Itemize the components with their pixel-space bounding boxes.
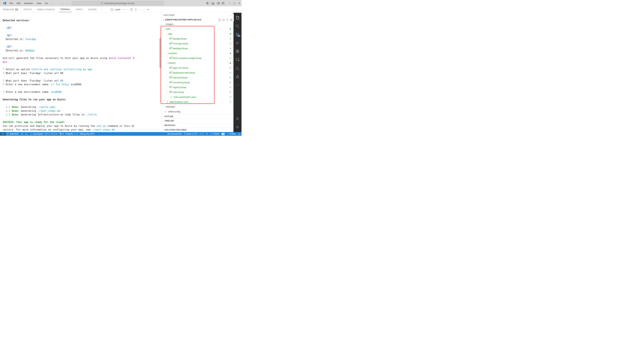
file-monitoring[interactable]: ੴ monitoring.bicep U (162, 80, 234, 85)
terminal-more-icon[interactable]: ··· (139, 8, 141, 11)
source-control-icon[interactable]: 14 (234, 31, 242, 38)
layout-custom-icon[interactable] (222, 2, 224, 4)
menu-file[interactable]: File (8, 1, 14, 5)
status-branch[interactable]: azdevfied* (7, 133, 19, 135)
git-dot-icon (230, 28, 231, 30)
git-status: U (229, 47, 231, 50)
file-registry[interactable]: ੴ registry.bicep U (162, 85, 234, 90)
search-view-icon[interactable] (234, 22, 242, 30)
extensions-icon[interactable] (234, 48, 242, 55)
menu-view[interactable]: View (35, 1, 43, 5)
file-webapp-bicep[interactable]: ੴ WebApp.bicep U (162, 46, 234, 51)
account-icon[interactable] (234, 115, 242, 122)
layout-bottom-icon[interactable] (212, 2, 214, 4)
menu-go[interactable]: Go (44, 1, 50, 5)
term-line: Done: (12, 106, 19, 109)
menu-edit[interactable]: Edit (15, 1, 22, 5)
tab-overflow-icon[interactable]: ··· (100, 8, 103, 11)
status-debug-config[interactable]: Debug Any CPU (80, 133, 94, 135)
status-prettier[interactable]: ✓ Prettier (227, 133, 236, 135)
file-funcapp-bicep[interactable]: ੴ FuncApp.bicep U (162, 41, 234, 46)
chevron-down-icon[interactable]: ⌄ (143, 8, 145, 11)
tab-terminal[interactable]: TERMINAL (59, 7, 72, 12)
tab-output[interactable]: OUTPUT (22, 7, 33, 12)
explorer-more-icon[interactable]: ··· (229, 14, 232, 17)
copilot-icon[interactable] (206, 133, 208, 135)
status-editor-two[interactable]: ▭ 2 (200, 133, 203, 135)
cloud-icon[interactable] (25, 133, 28, 135)
sync-icon[interactable] (21, 133, 23, 135)
remote-explorer-icon[interactable] (234, 56, 242, 63)
status-problems[interactable]: ⓧ0 ⚠0 ⓘ5 (44, 133, 57, 135)
file-keyvault[interactable]: ੴ keyvault.bicep U (162, 75, 234, 80)
status-kiota[interactable]: ⓘ kiota 1.17.0 (184, 133, 197, 135)
folder-modules[interactable]: ⌄ modules (162, 51, 234, 56)
folder-images[interactable]: › images (162, 22, 234, 27)
file-apps-env[interactable]: ੴ apps-env.bicep U (162, 65, 234, 70)
split-terminal-icon[interactable] (130, 8, 133, 11)
remote-indicator[interactable] (0, 132, 6, 136)
menu-selection[interactable]: Selection (22, 1, 34, 5)
tab-ports[interactable]: PORTS (74, 7, 84, 12)
testing-icon[interactable] (234, 64, 242, 72)
status-projects[interactable]: Projects: ⚠ 3 (66, 133, 78, 135)
close-panel-icon[interactable]: ✕ (147, 8, 149, 11)
maximize-icon[interactable]: ▢ (233, 2, 235, 4)
tab-debug-console[interactable]: DEBUG CONSOLE (36, 7, 56, 12)
file-fetch-container[interactable]: ੴ fetch-container-image.bicep U (162, 56, 234, 61)
term-line: azd will generate the files necessary to… (3, 57, 109, 60)
bell-icon[interactable] (238, 133, 240, 135)
terminal-output[interactable]: Detected services: .NET .NET Detected in… (0, 13, 161, 132)
scrollbar-thumb[interactable] (159, 38, 161, 68)
folder-infra[interactable]: ⌄ infra (162, 27, 234, 31)
nav-forward-icon[interactable]: → (66, 2, 68, 5)
folder-app[interactable]: ⌄ app (162, 31, 234, 36)
new-file-icon[interactable] (218, 18, 221, 21)
section-metadata[interactable]: › METADATA (162, 123, 234, 128)
chevron-right-icon: › (164, 23, 166, 25)
command-center[interactable]: azdevfying-dotnet-apps-on-aca (72, 1, 164, 5)
status-ports[interactable]: 📡0 (59, 133, 64, 135)
tab-gitlens[interactable]: GITLENS (87, 7, 98, 12)
status-spell[interactable]: ⚠ 5 Spell (210, 133, 219, 135)
menu-more-icon[interactable]: ··· (50, 1, 54, 5)
file-main-parameters[interactable]: {} main.parameters.json U (162, 95, 234, 99)
workspace-title-row[interactable]: ⌄ AZDEVFYING-DOTNET-APPS-ON-ACA (162, 18, 234, 22)
more-views-icon[interactable]: ··· (234, 81, 242, 88)
section-solution-explorer[interactable]: › SOLUTION EXPLORER (162, 128, 234, 132)
term-line: What port does 'FuncApp' listen on? (4, 79, 60, 82)
file-abbreviations[interactable]: {} abbreviations.json U (162, 99, 234, 104)
layout-left-icon[interactable] (206, 2, 209, 4)
kill-terminal-icon[interactable] (135, 8, 137, 11)
bicep-file-icon: ੴ (169, 81, 172, 84)
folder-shared[interactable]: ⌄ shared (162, 61, 234, 65)
term-line: ? (3, 68, 4, 71)
collapse-all-icon[interactable] (230, 18, 232, 21)
terminal-dropdown-icon[interactable]: ⌄ (127, 8, 128, 10)
file-main-bicep[interactable]: ⌄ ੴ main.bicep U (162, 90, 234, 95)
close-window-icon[interactable]: ✕ (238, 2, 240, 4)
settings-gear-icon[interactable] (234, 123, 242, 131)
info-count: 5 (56, 133, 57, 135)
tab-problems[interactable]: PROBLEMS 5 (1, 7, 20, 12)
csharp-icon[interactable]: C# (222, 133, 225, 135)
layout-right-icon[interactable] (217, 2, 219, 4)
status-environment[interactable]: No Environment (167, 133, 182, 135)
file-dashboard-web[interactable]: ੴ dashboard-web.bicep U (162, 70, 234, 75)
azure-icon[interactable] (234, 73, 242, 80)
terminal-shell-name[interactable]: pwsh (116, 8, 120, 11)
minimize-icon[interactable]: ─ (229, 2, 230, 4)
folder-webapp[interactable]: › WebApp (162, 104, 234, 109)
file-editorconfig[interactable]: ≡ .editorconfig (162, 109, 234, 114)
section-outline[interactable]: › OUTLINE (162, 114, 234, 119)
terminal-scrollbar[interactable] (159, 13, 161, 132)
new-terminal-icon[interactable]: ＋ (122, 8, 125, 11)
status-launchpad[interactable]: Launchpad (30, 133, 42, 135)
nav-back-icon[interactable]: ← (61, 2, 64, 5)
run-debug-icon[interactable] (234, 39, 242, 46)
new-folder-icon[interactable] (222, 18, 225, 21)
file-apiapp-bicep[interactable]: ੴ ApiApp.bicep U (162, 36, 234, 41)
section-timeline[interactable]: › TIMELINE (162, 118, 234, 123)
explorer-view-icon[interactable] (234, 14, 242, 21)
refresh-icon[interactable] (226, 18, 228, 21)
